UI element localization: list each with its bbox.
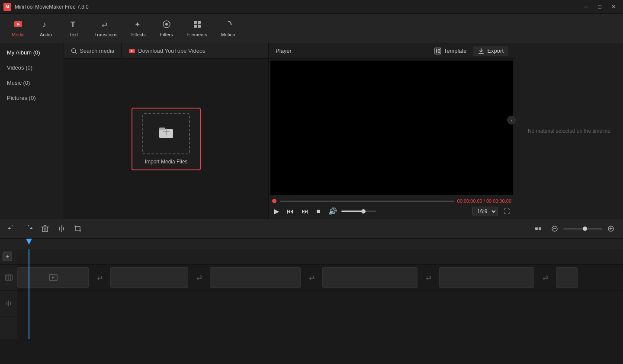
svg-line-14 <box>75 52 77 54</box>
video-clip-4[interactable] <box>322 267 417 288</box>
template-button[interactable]: Template <box>434 48 467 54</box>
aspect-ratio-select[interactable]: 16:9 4:3 1:1 9:16 <box>472 207 498 216</box>
sidebar-item-my-album[interactable]: My Album (0) <box>0 45 64 60</box>
minimize-button[interactable]: ─ <box>580 2 592 12</box>
zoom-track[interactable] <box>563 228 602 230</box>
video-track-label <box>0 265 17 291</box>
volume-icon[interactable]: 🔊 <box>327 206 339 216</box>
undo-button[interactable] <box>5 222 19 236</box>
play-button[interactable]: ▶ <box>272 206 281 216</box>
player-controls-area: 00:00:00.00 / 00:00:00.00 ▶ ⏮ ⏭ ■ 🔊 16:9… <box>269 197 515 219</box>
search-media-button[interactable]: Search media <box>64 43 122 58</box>
toolbar-media-label: Media <box>12 32 25 37</box>
svg-rect-11 <box>198 25 201 28</box>
toolbar-text-label: Text <box>69 32 78 37</box>
toolbar-item-motion[interactable]: Motion <box>215 17 241 40</box>
media-content: Import Media Files <box>64 59 268 219</box>
transition-clip-4[interactable]: ⇄ <box>417 267 439 288</box>
toolbar-item-transitions[interactable]: ⇄ Transitions <box>88 17 123 40</box>
player-header-right: Template Export <box>434 46 508 56</box>
sidebar-item-music[interactable]: Music (0) <box>0 75 64 90</box>
toolbar-item-elements[interactable]: Elements <box>181 17 213 40</box>
transition-clip-5[interactable]: ⇄ <box>534 267 556 288</box>
delete-button[interactable] <box>38 222 52 236</box>
audio-track-label <box>0 291 17 316</box>
filters-icon <box>162 19 171 30</box>
toolbar-item-filters[interactable]: Filters <box>154 17 180 40</box>
volume-track[interactable] <box>341 211 376 212</box>
split-track-button[interactable] <box>531 222 545 236</box>
zoom-controls <box>548 222 618 236</box>
clip-icon <box>48 273 58 282</box>
zoom-out-button[interactable] <box>548 222 562 236</box>
toolbar-item-effects[interactable]: ✦ Effects <box>125 17 151 40</box>
prev-button[interactable]: ⏮ <box>285 207 295 216</box>
middle-section: My Album (0) Videos (0) Music (0) Pictur… <box>0 43 623 219</box>
sidebar-item-pictures[interactable]: Pictures (0) <box>0 90 64 105</box>
redo-icon <box>25 225 32 233</box>
split-button[interactable] <box>55 222 68 236</box>
transition-clip-1[interactable]: ⇄ <box>89 267 110 288</box>
import-label: Import Media Files <box>141 159 191 165</box>
svg-marker-34 <box>59 227 60 231</box>
import-inner <box>142 113 190 154</box>
title-bar-controls: ─ □ ✕ <box>580 2 620 12</box>
zoom-in-icon <box>608 226 614 232</box>
toolbar-motion-label: Motion <box>221 32 235 37</box>
toolbar-item-audio[interactable]: ♪ Audio <box>33 17 59 40</box>
volume-thumb <box>361 209 366 214</box>
svg-rect-9 <box>198 21 201 24</box>
toolbar-item-media[interactable]: Media <box>5 17 31 40</box>
stop-button[interactable]: ■ <box>315 207 322 216</box>
close-button[interactable]: ✕ <box>607 2 620 12</box>
video-clip-5[interactable] <box>439 267 534 288</box>
zoom-thumb <box>583 227 587 231</box>
transition-clip-2[interactable]: ⇄ <box>188 267 210 288</box>
svg-rect-24 <box>438 51 440 53</box>
svg-rect-20 <box>166 128 167 135</box>
zoom-out-icon <box>552 226 558 232</box>
add-track-button[interactable]: + <box>3 252 12 261</box>
media-icon <box>13 19 23 30</box>
svg-marker-26 <box>9 227 11 229</box>
toolbar-effects-label: Effects <box>131 32 145 37</box>
volume-control[interactable]: 🔊 <box>327 206 376 216</box>
ruler-row <box>17 249 623 265</box>
video-track-icon <box>5 274 13 281</box>
transition-clip-3[interactable]: ⇄ <box>301 267 322 288</box>
zoom-in-button[interactable] <box>604 222 618 236</box>
svg-rect-36 <box>535 227 538 230</box>
export-button[interactable]: Export <box>473 46 508 56</box>
sidebar-item-videos[interactable]: Videos (0) <box>0 60 64 75</box>
crop-icon <box>74 225 82 233</box>
download-youtube-button[interactable]: Download YouTube Videos <box>122 43 212 58</box>
video-clip[interactable] <box>17 267 89 288</box>
next-button[interactable]: ⏭ <box>300 207 310 216</box>
import-media-button[interactable]: Import Media Files <box>132 108 201 170</box>
player-section: Player Template Export <box>268 43 515 219</box>
timeline-tracks: + <box>0 249 623 339</box>
video-clip-2[interactable] <box>110 267 188 288</box>
crop-button[interactable] <box>71 222 85 236</box>
svg-text:✦: ✦ <box>135 21 140 28</box>
app-title: MiniTool MovieMaker Free 7.3.0 <box>15 4 89 10</box>
toolbar-filters-label: Filters <box>160 32 173 37</box>
maximize-button[interactable]: □ <box>594 2 606 12</box>
fullscreen-button[interactable]: ⛶ <box>502 207 511 216</box>
svg-rect-37 <box>539 227 541 230</box>
redo-button[interactable] <box>22 222 35 236</box>
bottom-toolbar <box>0 219 623 239</box>
svg-rect-22 <box>436 49 437 53</box>
toolbar-item-text[interactable]: T Text <box>61 17 87 40</box>
app-icon: M <box>3 3 11 11</box>
folder-icon <box>158 126 174 142</box>
video-clip-6[interactable] <box>556 267 578 288</box>
elements-icon <box>193 19 202 30</box>
video-clip-3[interactable] <box>210 267 301 288</box>
split-icon <box>58 225 65 233</box>
toolbar-audio-label: Audio <box>40 32 52 37</box>
collapse-panel-button[interactable]: › <box>507 116 516 125</box>
no-material-text: No material selected on the timeline <box>528 128 610 134</box>
progress-bar[interactable]: 00:00:00.00 / 00:00:00.00 <box>272 198 511 204</box>
track-content: ⇄ ⇄ ⇄ ⇄ ⇄ <box>17 249 623 339</box>
